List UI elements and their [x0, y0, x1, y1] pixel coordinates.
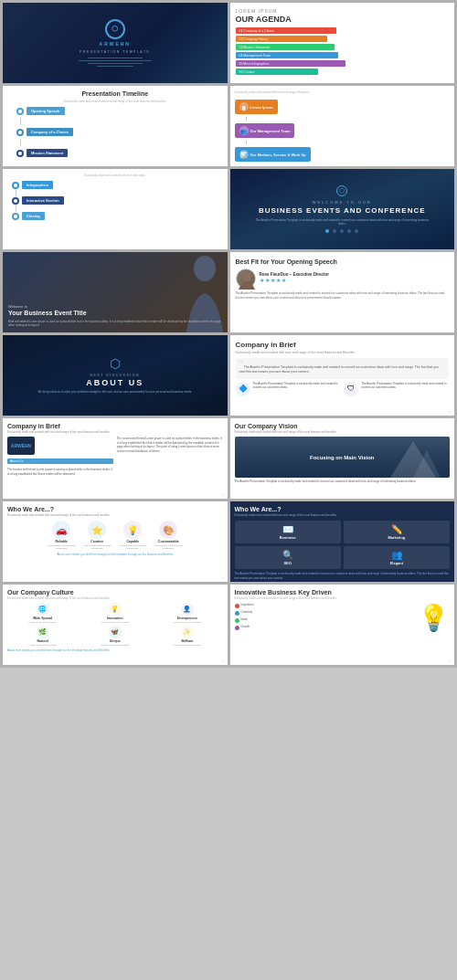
s4-icon-3: 📊: [239, 150, 249, 159]
about-body: We bring solutions to solve your problem…: [37, 390, 192, 394]
quote-text: The Arwehn Presentation Template is excl…: [239, 365, 439, 374]
cib-subtitle: Exclusively made and created with tons a…: [236, 351, 450, 354]
culture-item-brilliant: ✨ Brilliant Lorem ipsum dolor sit amet: [152, 626, 222, 647]
who-sub-capable: Lorem ipsum dolor sit amet consectetur: [117, 544, 149, 550]
agenda-bar-3: 03 Mission Statement: [236, 44, 335, 50]
culture-icon-spread: 🌐: [37, 603, 49, 616]
innov-item-ideas: Ideas: [235, 617, 416, 623]
agenda-item-3: 03 Mission Statement: [236, 44, 450, 50]
who-box-elegant: 👥 Elegant: [344, 546, 450, 569]
innov-sub: Exclusively made and created with tons a…: [235, 596, 451, 600]
culture-text-entre: Lorem ipsum dolor sit amet: [169, 621, 206, 624]
tl-item-2: Company of a Choice: [16, 128, 73, 136]
culture-label-brilliant: Brilliant: [181, 639, 193, 643]
watermark-11: ⬡: [222, 493, 225, 497]
who-sub-creative: Lorem ipsum dolor sit amet consectetur: [81, 544, 113, 550]
innov-item-creativity: Creativity: [235, 610, 416, 616]
cib-icon-2: 🛡: [344, 382, 358, 396]
timeline-list: Opening Speech Company of a Choice Missi…: [7, 107, 223, 157]
who-box-icon-business: ✉️: [282, 524, 293, 534]
who-dark-sub: Exclusively made and created with tons a…: [235, 513, 451, 517]
svg-point-0: [194, 256, 216, 281]
culture-item-spread: 🌐 Wide Spread Lorem ipsum dolor sit amet: [7, 603, 78, 624]
agenda-num-4: 04 Management Team: [239, 54, 271, 58]
cib2-content: ARWEHN About Us The content and format L…: [7, 437, 223, 476]
tl-box-s5-2: Interactive Section: [22, 196, 64, 205]
who-box-icon-seo: 🔍: [282, 550, 293, 560]
s4-label-1: Lorem Ipsum: [250, 105, 273, 110]
conf-logo: ⬡: [336, 185, 347, 196]
who-box-label-business: Business: [280, 535, 296, 540]
culture-icon-unique: 🦋: [109, 626, 122, 638]
conf-title: BUSINESS EVENTS AND CONFERENCE: [259, 206, 426, 216]
innov-content: Inspiration Creativity Ideas Growth: [235, 603, 451, 633]
who-box-seo: 🔍 SEO: [235, 546, 341, 569]
innov-dot-4: [235, 626, 239, 630]
vision-body: The Arwehn Presentation Template is excl…: [235, 479, 451, 484]
tl-item-1: Opening Speech: [16, 107, 65, 115]
agenda-item-6: 06 Contact: [236, 68, 450, 75]
tl-box-3: Mission Statement: [27, 149, 68, 157]
culture-text-brilliant: Lorem ipsum dolor sit amet: [169, 644, 206, 647]
slide-9: ⬡ NEXT DISCUSSION ABOUT US We bring solu…: [3, 335, 228, 416]
about-us-tag: About Us: [7, 458, 113, 464]
speaker-photo-svg: [237, 269, 257, 290]
culture-grid: 🌐 Wide Spread Lorem ipsum dolor sit amet…: [7, 603, 223, 647]
tl-dot-1: [16, 108, 24, 115]
s4-row-2: 👥 Our Management Team: [235, 123, 451, 138]
who-label-creative: Creative: [90, 540, 103, 543]
about-title: ABOUT US: [86, 378, 143, 387]
event-text-block: Welcome to Your Business Event Title Bri…: [8, 304, 222, 327]
bulb-icon: 💡: [418, 603, 450, 633]
tl-box-1: Opening Speech: [27, 107, 65, 115]
cib-cols: 🔷 The Arwehn Presentation Template is ex…: [236, 382, 450, 396]
agenda-num-5: 05 More Infographics: [239, 62, 270, 66]
dot-2: [333, 229, 336, 233]
agenda-title: OUR AGENDA: [236, 15, 450, 24]
who-icon-creative: ⭐ Creative Lorem ipsum dolor sit amet co…: [81, 521, 113, 550]
culture-label-entre: Entrepreneur: [177, 616, 197, 620]
slide-16: Innovative Business Key Driven Exclusive…: [230, 585, 455, 665]
innov-dot-3: [235, 618, 239, 623]
tl-item-s5-1: Infographics: [7, 181, 223, 189]
agenda-num-2: 02 Company History: [239, 37, 269, 41]
innov-right: 💡: [418, 603, 450, 633]
logo-area: ⬡ ARWEHN: [100, 19, 131, 47]
slide-1: ⬡ ARWEHN PRESENTATION TEMPLATE: [3, 3, 228, 83]
agenda-item-4: 04 Management Team: [236, 52, 450, 58]
s5-conn-1: [16, 189, 16, 196]
vision-title: Our Company Vision: [235, 423, 451, 429]
innov-item-inspiration: Inspiration: [235, 603, 416, 608]
watermark-15: ⬡: [222, 659, 225, 663]
cib2-body-1: The content and format Lorem ipsum is us…: [7, 468, 113, 476]
tl-box-s5-1: Infographics: [22, 181, 53, 189]
logo-circle: ⬡: [105, 19, 125, 39]
s4-row: 📋 Lorem Ipsum: [235, 100, 451, 114]
innov-title: Innovative Business Key Driven: [235, 589, 451, 595]
culture-text-natural: Lorem ipsum dolor sit amet: [25, 644, 61, 647]
who-box-icon-marketing: ✏️: [391, 524, 402, 534]
agenda-num-3: 03 Mission Statement: [239, 46, 271, 49]
culture-text-innov: Lorem ipsum dolor sit amet: [97, 621, 133, 624]
line-3: [88, 63, 143, 65]
who-icon-custom: 🎨 Customizable Lorem ipsum dolor sit ame…: [153, 521, 185, 550]
s4-label-2: Our Management Team: [250, 129, 291, 133]
who-dark-body: The Arwehn Presentation Template is excl…: [235, 572, 451, 580]
tl-dot-s5-1: [12, 182, 19, 189]
innov-item-growth: Growth: [235, 625, 416, 630]
agenda-item-2: 02 Company History: [236, 36, 450, 42]
tl-dot-2: [16, 129, 24, 136]
tl-dot-s5-2: [12, 197, 19, 205]
slide-8: Best Fit for Your Opening Speech Ross Fl…: [230, 252, 455, 332]
slide-12: Our Company Vision Exclusively made and …: [230, 418, 455, 499]
culture-text-unique: Lorem ipsum dolor sit amet: [97, 644, 133, 647]
agenda-bar-6: 06 Contact: [236, 68, 318, 75]
cib-col-2: 🛡 The Arwehn Presentation Template is ex…: [344, 382, 449, 396]
speaker-info: Ross FleurDuo – Executive Director ★★★★★: [260, 272, 330, 285]
tl-connector-1: [20, 118, 21, 125]
conf-dots: [325, 229, 358, 233]
decorative-lines: [79, 58, 152, 68]
tl-dot-s5-3: [12, 213, 19, 220]
cib2-title: Company in Brief: [7, 423, 223, 429]
event-photo-bg: Welcome to Your Business Event Title Bri…: [3, 252, 228, 332]
